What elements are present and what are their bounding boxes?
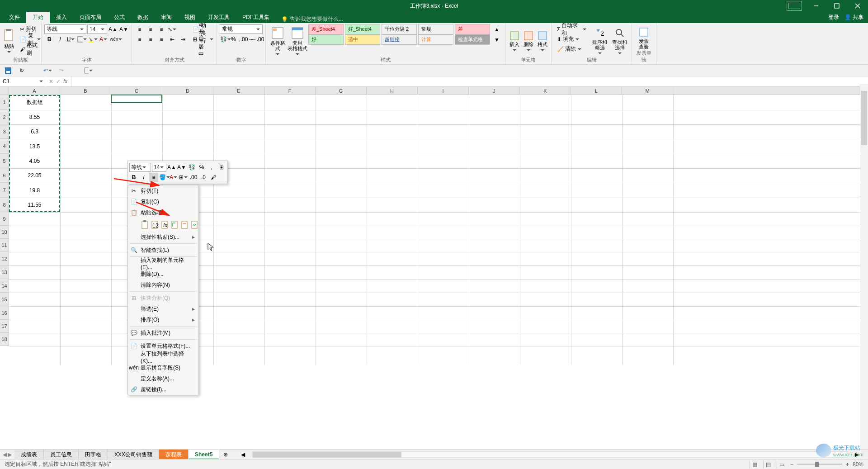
italic-button[interactable]: I bbox=[139, 173, 148, 182]
sheet-nav-prev[interactable]: ◀ bbox=[3, 451, 7, 458]
row-header[interactable]: 15 bbox=[0, 293, 9, 306]
column-header[interactable]: E bbox=[213, 87, 264, 95]
styles-more-icon[interactable]: ▲ bbox=[492, 24, 502, 34]
sheet-tab[interactable]: XXX公司销售额 bbox=[108, 450, 159, 460]
paste-formulas-icon[interactable]: fx bbox=[160, 219, 170, 230]
clear-button[interactable]: 🧹清除 bbox=[554, 44, 589, 54]
style-calculation[interactable]: 计算 bbox=[418, 34, 453, 45]
ctx-insert-comment[interactable]: 💬插入批注(M) bbox=[128, 327, 198, 338]
style-neutral[interactable]: 适中 bbox=[345, 34, 380, 45]
mini-font-select[interactable]: 等线 bbox=[129, 163, 151, 172]
mini-size-select[interactable]: 14 bbox=[152, 163, 166, 172]
indent-inc-icon[interactable]: ⇥ bbox=[178, 34, 188, 44]
refresh-icon[interactable]: ↻ bbox=[17, 66, 26, 75]
ctx-define-name[interactable]: 定义名称(A)... bbox=[128, 373, 198, 384]
tab-data[interactable]: 数据 bbox=[131, 12, 155, 23]
conditional-format[interactable]: 条件格式 bbox=[269, 24, 287, 57]
style-comma2[interactable]: 千位分隔 2 bbox=[382, 24, 417, 34]
paste-button[interactable]: 粘贴 bbox=[3, 24, 15, 57]
style-bad-sheet4[interactable]: 差_Sheet4 bbox=[308, 24, 344, 34]
ctx-dropdown[interactable]: 从下拉列表中选择(K)... bbox=[128, 351, 198, 362]
sheet-tab[interactable]: 课程表 bbox=[159, 450, 189, 460]
sheet-tab[interactable]: 成绩表 bbox=[14, 450, 44, 460]
tab-review[interactable]: 审阅 bbox=[155, 12, 178, 23]
minimize-button[interactable] bbox=[806, 0, 826, 12]
style-good-sheet4[interactable]: 好_Sheet4 bbox=[345, 24, 380, 34]
invoice-check[interactable]: 发票 查验 bbox=[635, 24, 653, 50]
fx-icon[interactable]: fx bbox=[63, 78, 67, 85]
format-painter-icon[interactable]: 🖌 bbox=[209, 173, 218, 182]
row-header[interactable]: 17 bbox=[0, 320, 9, 333]
ctx-delete[interactable]: 删除(D)... bbox=[128, 269, 198, 280]
close-button[interactable] bbox=[847, 0, 868, 12]
increase-decimal-icon[interactable]: .00→ bbox=[242, 34, 252, 44]
decimal-icon[interactable]: .00 bbox=[189, 173, 198, 182]
font-color-button[interactable]: A bbox=[99, 34, 108, 44]
format-button[interactable]: 格式 bbox=[536, 24, 548, 57]
align-left-icon[interactable]: ≡ bbox=[135, 34, 145, 44]
delete-button[interactable]: 删除 bbox=[522, 24, 534, 57]
border-icon[interactable]: ⊞ bbox=[179, 173, 188, 182]
column-header[interactable]: I bbox=[418, 87, 469, 95]
autosum-button[interactable]: Σ自动求和 bbox=[554, 24, 589, 34]
style-bad[interactable]: 差 bbox=[455, 24, 490, 34]
column-header[interactable]: G bbox=[316, 87, 367, 95]
sheet-tab[interactable]: 田字格 bbox=[79, 450, 108, 460]
cell[interactable]: 13.5 bbox=[9, 139, 60, 154]
share-button[interactable]: 👤 共享 bbox=[844, 14, 863, 21]
undo-button[interactable]: ↶ bbox=[43, 66, 52, 75]
row-header[interactable]: 18 bbox=[0, 333, 9, 346]
paste-link-icon[interactable] bbox=[190, 219, 199, 230]
ctx-cut[interactable]: ✂剪切(T) bbox=[128, 185, 198, 196]
row-header[interactable]: 14 bbox=[0, 279, 9, 293]
login-button[interactable]: 登录 bbox=[828, 14, 839, 21]
tab-pdf[interactable]: PDF工具集 bbox=[236, 12, 276, 23]
tab-pagelayout[interactable]: 页面布局 bbox=[73, 12, 108, 23]
paste-formatting-icon[interactable] bbox=[180, 219, 189, 230]
align-center-icon[interactable]: ≡ bbox=[146, 34, 156, 44]
tab-formulas[interactable]: 公式 bbox=[108, 12, 131, 23]
scroll-thumb[interactable] bbox=[861, 91, 867, 145]
currency-icon[interactable]: 💱 bbox=[187, 163, 196, 172]
column-header[interactable]: B bbox=[60, 87, 111, 95]
column-header[interactable]: K bbox=[520, 87, 571, 95]
horizontal-scrollbar[interactable] bbox=[252, 451, 848, 458]
page-break-icon[interactable]: ▭ bbox=[777, 460, 787, 469]
grow-font-icon[interactable]: A▲ bbox=[167, 163, 176, 172]
align-bottom-icon[interactable]: ≡ bbox=[156, 24, 166, 34]
paste-transpose-icon[interactable] bbox=[170, 219, 179, 230]
ctx-filter[interactable]: 筛选(E)▸ bbox=[128, 303, 198, 314]
decrease-decimal-icon[interactable]: ←.00 bbox=[253, 34, 263, 44]
cell[interactable]: 19.8 bbox=[9, 183, 60, 198]
currency-icon[interactable]: 💱 bbox=[220, 34, 230, 44]
italic-button[interactable]: I bbox=[55, 34, 65, 44]
align-top-icon[interactable]: ≡ bbox=[135, 24, 145, 34]
paste-values-icon[interactable]: 123 bbox=[151, 219, 160, 230]
comma-icon[interactable]: , bbox=[207, 163, 216, 172]
style-good[interactable]: 好 bbox=[308, 34, 344, 45]
align-center-icon[interactable]: ≡ bbox=[149, 173, 158, 182]
style-check-cell[interactable]: 检查单元格 bbox=[455, 34, 490, 45]
find-button[interactable]: 查找和选择 bbox=[611, 24, 629, 57]
redo-button[interactable]: ↷ bbox=[57, 66, 66, 75]
ctx-paste-special[interactable]: 选择性粘贴(S)...▸ bbox=[128, 232, 198, 242]
percent-icon[interactable]: % bbox=[231, 34, 236, 44]
ctx-sort[interactable]: 排序(O)▸ bbox=[128, 314, 198, 325]
row-header[interactable]: 12 bbox=[0, 252, 9, 265]
column-header[interactable]: A bbox=[9, 87, 60, 95]
cell[interactable]: 11.55 bbox=[9, 198, 60, 212]
sheet-nav-next[interactable]: ▶ bbox=[8, 451, 12, 458]
row-header[interactable]: 1 bbox=[0, 95, 9, 110]
styles-more-icon[interactable]: ▼ bbox=[492, 35, 502, 45]
row-header[interactable]: 9 bbox=[0, 212, 9, 226]
merge-center[interactable]: ⊞合并后居中 bbox=[190, 34, 214, 44]
save-button[interactable] bbox=[4, 66, 13, 75]
fill-button[interactable]: ⬇填充 bbox=[554, 34, 589, 44]
ctx-clear[interactable]: 清除内容(N) bbox=[128, 280, 198, 290]
cell[interactable]: 8.55 bbox=[9, 110, 60, 124]
name-box[interactable]: C1 bbox=[0, 76, 45, 86]
ribbon-options-icon[interactable] bbox=[787, 1, 802, 11]
active-cell[interactable] bbox=[111, 95, 162, 103]
column-header[interactable]: C bbox=[111, 87, 162, 95]
ctx-copy[interactable]: 📄复制(C) bbox=[128, 196, 198, 207]
